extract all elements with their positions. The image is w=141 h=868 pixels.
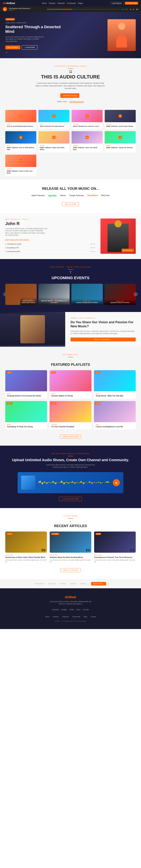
platform-google[interactable]: Google Podcasts [69,194,84,196]
footer-googleplus[interactable]: Google+ [61,609,67,611]
article-card-0[interactable]: MUSIC 🔗 JAN 15, 2020 Anniversary of Elto… [5,531,47,563]
article-card-1[interactable]: CULTURE 🔗 JAN 18, 2020 Analysis About th… [50,531,91,563]
event-card-0[interactable]: JAN 18, 2020 Blues & Rock at Home Suite … [5,284,37,305]
playlist-img-5: RNB [94,401,136,422]
playlist-body-1: MUSIC Summer Nights w Friends [49,391,91,399]
event-overlay-2: FEB 02, 2020 Outdoor Sunday and Live Mus… [71,299,103,305]
download-app-button[interactable]: Download The App [60,93,79,98]
platform-spotify[interactable]: Spotify [48,194,57,197]
view-all-articles-button[interactable]: VIEW ALL ARTICLES [60,568,81,572]
articles-icon: ✦ [5,520,136,523]
nav-community[interactable]: Community [67,2,76,4]
upload-play-button[interactable]: ▶ [113,479,120,486]
hero-person-silhouette [107,19,136,51]
podcast-body-6: COMEDY DBBF Gallactic: Save Your Mind Ea… [72,144,103,153]
play-icon-0[interactable]: ▶ [19,114,23,118]
play-icon-4[interactable]: ▶ [19,135,23,139]
see-all-more-button[interactable]: SEE ALL MORE [62,202,79,206]
podcast-card-4[interactable]: ▶ TECH DBBF Gallactic: How to Hide Behin… [5,131,36,153]
footer-twitter[interactable]: Twitter [69,609,74,611]
footer-youtube[interactable]: YouTube [83,609,89,611]
brand-4: AIRBNB [80,583,86,585]
play-icon-7[interactable]: ▶ [118,135,122,139]
player-volume-icon[interactable]: 🔊 [136,8,138,10]
footer-link-channels[interactable]: Channels [62,616,69,618]
view-all-playlists-button[interactable]: VIEW ALL PLAYLISTS [60,435,81,439]
john-tag: BEST PODCASTS — JOHN R [5,218,95,220]
podcast-card-3[interactable]: ▶ SOCIETY DBBF Gallactic: Good Travel Th… [105,110,136,129]
podcast-card-7[interactable]: ▶ DRAMA DBBF Gallactic: Trying Too Phone… [105,131,136,153]
event-card-2[interactable]: FEB 02, 2020 Outdoor Sunday and Live Mus… [71,284,103,305]
play-icon-8[interactable]: ▶ [19,159,23,163]
podcast-card-8[interactable]: ▶ SCIENCE DBBF Gallactic: Gear To Plan Y… [5,155,36,176]
nav-home[interactable]: Home [42,2,47,4]
footer-link-contact[interactable]: Contact [91,616,96,618]
article-date-1: JAN 18, 2020 [50,554,91,556]
platform-soundcloud[interactable]: SoundCloud [87,194,98,196]
john-person-head [114,220,121,227]
footer-socials: Facebook Google+ Twitter Vimeo YouTube [5,609,136,611]
event-card-1[interactable]: JAN 21, 2020 Quantum Spectra — Everythin… [38,284,70,305]
footer-link-community[interactable]: Community [72,616,80,618]
subscribe-button[interactable]: + SUBSCRIBE [22,45,38,50]
player-progress-bar[interactable] [47,9,119,9]
article-card-2[interactable]: TECH 🔗 JAN 22, 2020 Consequence of Sound… [94,531,136,563]
player-play-icon[interactable]: ▶ [4,8,6,10]
playlist-card-2[interactable]: RAP MUSIC South Bronx: 'Walk The Talk Ra… [94,370,136,399]
footer-link-home[interactable]: Home [45,616,49,618]
platform-rss[interactable]: RSS Feed [101,194,110,196]
release-title: RELEASE ALL YOUR MUSIC ON... [5,187,136,191]
playlist-card-1[interactable]: POP MUSIC Summer Nights w Friends [49,370,91,399]
login-button[interactable]: Login/Register [110,2,124,5]
upload-free-button[interactable]: ▲ UPLOAD FOR FREE [59,497,82,501]
footer-vimeo[interactable]: Vimeo [76,609,80,611]
play-icon-6[interactable]: ▶ [85,135,89,139]
podcast-card-2[interactable]: ▶ CULTURE Where Should You Look For Love… [72,110,103,129]
ac-link-top-rated[interactable]: Top Rated Podcasts [70,101,84,103]
listen-button[interactable]: ▶ LISTENING [5,45,20,50]
playlist-card-5[interactable]: RNB MUSIC I Guess my Neighbours Love Me [94,401,136,429]
john-track-count-2: 2.4K mb [90,251,95,252]
player-bar: ▶ City Regimes Real (Episode 5) John R 2… [0,6,141,12]
passion-title: Do You Share Our Vision and Passion For … [71,320,136,329]
playlist-title-3: Something To Keep You Going [7,426,45,428]
play-icon-1[interactable]: ▶ [52,114,56,118]
footer-facebook[interactable]: Facebook [52,609,59,611]
event-card-3[interactable]: FEB 14, 2020 Quantum Tokens or Gin Ren [105,284,136,305]
podcast-card-0[interactable]: ▶ MUSIC How To Avoid Making Bad Choices [5,110,36,129]
play-icon-2[interactable]: ▶ [85,114,89,118]
impact-button[interactable]: IMPACT YOUR MUSIC → [71,338,136,341]
playlist-badge-4: TALK [51,402,56,404]
john-track-count-0: 2.3K mb [90,243,95,245]
upload-now-button[interactable]: ▲ Upload Now [125,2,138,5]
nav-podcast[interactable]: Podcast [49,2,55,4]
nav-pages[interactable]: Pages [78,2,83,4]
events-next-button[interactable]: › [134,292,138,297]
player-prev-icon[interactable]: ⏮ [130,8,132,10]
podcast-card-1[interactable]: ▶ TALK Where Should You Seek Advice? [38,110,69,129]
ac-link-editors[interactable]: Editor's Picks [57,101,67,103]
main-nav: Home Podcast Channels Community Pages [42,2,83,4]
platform-deezer[interactable]: Deezer [60,194,66,196]
playlist-card-0[interactable]: JAZZ MUSIC Amazing Stories From Around t… [5,370,47,399]
playlist-card-4[interactable]: TALK PODCAST I'm Your Favorite President… [49,401,91,429]
platform-apple[interactable]: Apple Podcasts [31,194,45,196]
podcast-img-8: ▶ [5,155,36,167]
article-desc-2: Lorem ipsum dolor sit amet, consectetur … [94,559,136,563]
podcast-title-4: DBBF Gallactic: How to Hide Behind Safe [7,147,35,151]
playlist-card-3[interactable]: ROCK MUSIC Something To Keep You Going [5,401,47,429]
play-icon-5[interactable]: ▶ [52,135,56,139]
footer-link-blog[interactable]: Blog [84,616,87,618]
footer-link-podcast[interactable]: Podcast [53,616,59,618]
podcast-title-8: DBBF Gallactic: Gear To Plan Your Work [7,170,35,174]
podcast-card-6[interactable]: ▶ COMEDY DBBF Gallactic: Save Your Mind … [72,131,103,153]
john-section: BEST PODCASTS — JOHN R John R Lorem ipsu… [0,213,141,259]
open-now-button[interactable]: OPEN NOW → [91,582,106,586]
john-listen-button[interactable]: ▶ LISTENING [121,249,134,252]
player-progress-fill [47,9,72,9]
brand-3: AMAZON [70,583,76,585]
podcast-card-5[interactable]: ▶ HEALTH DBBF Gallactic: Read Your Work … [38,131,69,153]
player-next-icon[interactable]: ⏭ [133,8,135,10]
nav-channels[interactable]: Channels [57,2,65,4]
play-icon-3[interactable]: ▶ [118,114,122,118]
